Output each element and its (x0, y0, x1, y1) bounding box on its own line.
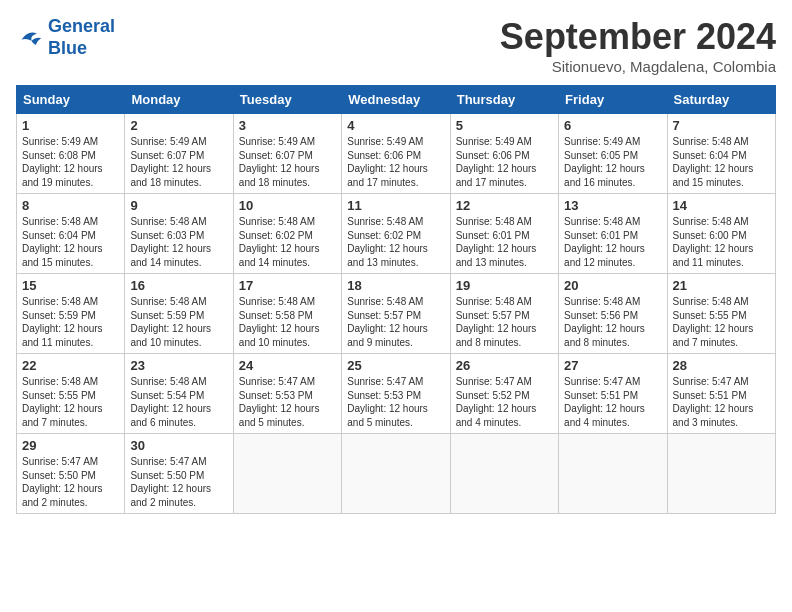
table-row: 11Sunrise: 5:48 AMSunset: 6:02 PMDayligh… (342, 194, 450, 274)
table-row: 5Sunrise: 5:49 AMSunset: 6:06 PMDaylight… (450, 114, 558, 194)
table-row (450, 434, 558, 514)
header-monday: Monday (125, 86, 233, 114)
table-row: 3Sunrise: 5:49 AMSunset: 6:07 PMDaylight… (233, 114, 341, 194)
table-row: 6Sunrise: 5:49 AMSunset: 6:05 PMDaylight… (559, 114, 667, 194)
table-row: 2Sunrise: 5:49 AMSunset: 6:07 PMDaylight… (125, 114, 233, 194)
header-sunday: Sunday (17, 86, 125, 114)
table-row: 17Sunrise: 5:48 AMSunset: 5:58 PMDayligh… (233, 274, 341, 354)
table-row: 14Sunrise: 5:48 AMSunset: 6:00 PMDayligh… (667, 194, 775, 274)
table-row (559, 434, 667, 514)
table-row: 25Sunrise: 5:47 AMSunset: 5:53 PMDayligh… (342, 354, 450, 434)
table-row: 21Sunrise: 5:48 AMSunset: 5:55 PMDayligh… (667, 274, 775, 354)
table-row: 1Sunrise: 5:49 AMSunset: 6:08 PMDaylight… (17, 114, 125, 194)
table-row: 19Sunrise: 5:48 AMSunset: 5:57 PMDayligh… (450, 274, 558, 354)
page-header: General Blue September 2024 Sitionuevo, … (16, 16, 776, 75)
calendar-week-4: 22Sunrise: 5:48 AMSunset: 5:55 PMDayligh… (17, 354, 776, 434)
table-row: 24Sunrise: 5:47 AMSunset: 5:53 PMDayligh… (233, 354, 341, 434)
logo: General Blue (16, 16, 115, 59)
table-row: 27Sunrise: 5:47 AMSunset: 5:51 PMDayligh… (559, 354, 667, 434)
table-row: 10Sunrise: 5:48 AMSunset: 6:02 PMDayligh… (233, 194, 341, 274)
calendar-week-1: 1Sunrise: 5:49 AMSunset: 6:08 PMDaylight… (17, 114, 776, 194)
header-saturday: Saturday (667, 86, 775, 114)
table-row (233, 434, 341, 514)
header-friday: Friday (559, 86, 667, 114)
title-block: September 2024 Sitionuevo, Magdalena, Co… (500, 16, 776, 75)
table-row (342, 434, 450, 514)
calendar-week-5: 29Sunrise: 5:47 AMSunset: 5:50 PMDayligh… (17, 434, 776, 514)
calendar-week-2: 8Sunrise: 5:48 AMSunset: 6:04 PMDaylight… (17, 194, 776, 274)
table-row: 23Sunrise: 5:48 AMSunset: 5:54 PMDayligh… (125, 354, 233, 434)
table-row: 22Sunrise: 5:48 AMSunset: 5:55 PMDayligh… (17, 354, 125, 434)
month-title: September 2024 (500, 16, 776, 58)
table-row: 20Sunrise: 5:48 AMSunset: 5:56 PMDayligh… (559, 274, 667, 354)
table-row: 7Sunrise: 5:48 AMSunset: 6:04 PMDaylight… (667, 114, 775, 194)
header-tuesday: Tuesday (233, 86, 341, 114)
table-row: 26Sunrise: 5:47 AMSunset: 5:52 PMDayligh… (450, 354, 558, 434)
header-thursday: Thursday (450, 86, 558, 114)
table-row: 16Sunrise: 5:48 AMSunset: 5:59 PMDayligh… (125, 274, 233, 354)
logo-icon (16, 24, 44, 52)
table-row: 28Sunrise: 5:47 AMSunset: 5:51 PMDayligh… (667, 354, 775, 434)
table-row: 8Sunrise: 5:48 AMSunset: 6:04 PMDaylight… (17, 194, 125, 274)
table-row: 4Sunrise: 5:49 AMSunset: 6:06 PMDaylight… (342, 114, 450, 194)
table-row (667, 434, 775, 514)
table-row: 13Sunrise: 5:48 AMSunset: 6:01 PMDayligh… (559, 194, 667, 274)
header-wednesday: Wednesday (342, 86, 450, 114)
table-row: 29Sunrise: 5:47 AMSunset: 5:50 PMDayligh… (17, 434, 125, 514)
calendar-header-row: Sunday Monday Tuesday Wednesday Thursday… (17, 86, 776, 114)
location-subtitle: Sitionuevo, Magdalena, Colombia (500, 58, 776, 75)
table-row: 12Sunrise: 5:48 AMSunset: 6:01 PMDayligh… (450, 194, 558, 274)
calendar-table: Sunday Monday Tuesday Wednesday Thursday… (16, 85, 776, 514)
table-row: 15Sunrise: 5:48 AMSunset: 5:59 PMDayligh… (17, 274, 125, 354)
logo-text: General Blue (48, 16, 115, 59)
table-row: 18Sunrise: 5:48 AMSunset: 5:57 PMDayligh… (342, 274, 450, 354)
calendar-week-3: 15Sunrise: 5:48 AMSunset: 5:59 PMDayligh… (17, 274, 776, 354)
table-row: 9Sunrise: 5:48 AMSunset: 6:03 PMDaylight… (125, 194, 233, 274)
table-row: 30Sunrise: 5:47 AMSunset: 5:50 PMDayligh… (125, 434, 233, 514)
